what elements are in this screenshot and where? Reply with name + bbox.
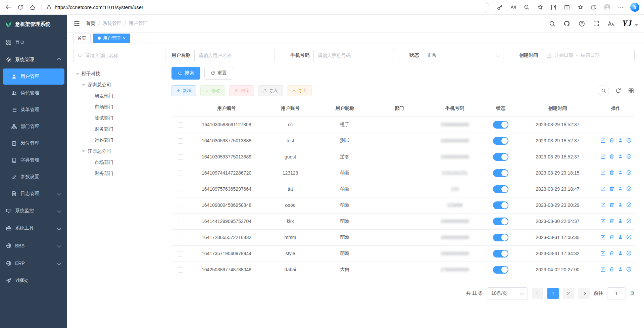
user-avatar[interactable]: YJ bbox=[622, 19, 638, 28]
row-checkbox[interactable] bbox=[178, 251, 183, 256]
fullscreen-icon[interactable] bbox=[593, 20, 600, 27]
sidebar-item-system-monitor[interactable]: 系统监控 bbox=[0, 202, 67, 220]
edit-row-icon[interactable] bbox=[600, 202, 606, 207]
sidebar-item-dictionary-management[interactable]: 字典管理 bbox=[0, 152, 67, 169]
caret-down-icon[interactable] bbox=[82, 84, 85, 86]
refresh-table-button[interactable] bbox=[614, 87, 622, 94]
sidebar-item-home[interactable]: 首页 bbox=[0, 34, 67, 51]
next-page-button[interactable] bbox=[578, 288, 590, 299]
tree-node[interactable]: 深圳总公司 bbox=[73, 79, 165, 90]
row-checkbox[interactable] bbox=[178, 267, 183, 273]
department-search-input[interactable] bbox=[85, 53, 161, 58]
reset-button[interactable]: 重置 bbox=[204, 67, 233, 80]
sidebar-item-user-management[interactable]: 用户管理 bbox=[3, 68, 64, 85]
tree-node[interactable]: 运维部门 bbox=[73, 135, 165, 146]
search-icon[interactable] bbox=[548, 20, 556, 27]
status-toggle-on[interactable] bbox=[493, 153, 508, 161]
date-range-picker[interactable]: 开始日期 - 结束日期 bbox=[542, 49, 635, 62]
tree-node[interactable]: 财务部门 bbox=[73, 124, 165, 135]
font-size-icon[interactable] bbox=[607, 20, 615, 27]
row-checkbox[interactable] bbox=[178, 235, 183, 240]
breadcrumb-home[interactable]: 首页 bbox=[86, 20, 95, 27]
sidebar-item-system-tools[interactable]: 系统工具 bbox=[0, 220, 67, 237]
sidebar-item-menu-management[interactable]: 菜单管理 bbox=[0, 101, 67, 118]
add-button[interactable]: 新增 bbox=[171, 85, 196, 96]
favorites-add-icon[interactable] bbox=[536, 4, 544, 11]
page-2-button[interactable]: 2 bbox=[563, 288, 574, 299]
status-toggle-on[interactable] bbox=[493, 201, 508, 209]
row-checkbox[interactable] bbox=[178, 203, 183, 208]
edit-row-icon[interactable] bbox=[600, 234, 606, 240]
edit-row-icon[interactable] bbox=[600, 218, 606, 224]
profile-avatar-icon[interactable] bbox=[603, 4, 611, 11]
assign-role-icon[interactable] bbox=[626, 170, 632, 175]
browser-home-button[interactable] bbox=[29, 4, 36, 11]
delete-row-icon[interactable] bbox=[609, 202, 614, 207]
github-icon[interactable] bbox=[563, 20, 571, 27]
tab-user-management[interactable]: 用户管理 × bbox=[93, 34, 130, 43]
tree-node[interactable]: 财务部门 bbox=[73, 168, 165, 179]
tree-node[interactable]: 市场部门 bbox=[73, 101, 165, 112]
goto-page-input[interactable] bbox=[607, 287, 626, 299]
sidebar-item-role-management[interactable]: 角色管理 bbox=[0, 85, 67, 101]
tree-node[interactable]: 江西总公司 bbox=[73, 146, 165, 157]
split-screen-icon[interactable] bbox=[563, 4, 571, 11]
assign-role-icon[interactable] bbox=[626, 202, 632, 207]
sidebar-item-bbs[interactable]: BBS bbox=[0, 237, 67, 254]
assign-role-icon[interactable] bbox=[626, 234, 632, 240]
assign-role-icon[interactable] bbox=[626, 218, 632, 224]
row-checkbox[interactable] bbox=[178, 154, 183, 160]
select-all-checkbox[interactable] bbox=[178, 106, 183, 111]
edit-row-icon[interactable] bbox=[600, 267, 606, 272]
collections-icon[interactable] bbox=[590, 4, 597, 11]
reset-password-icon[interactable] bbox=[618, 202, 623, 207]
reset-password-icon[interactable] bbox=[618, 170, 623, 175]
row-checkbox[interactable] bbox=[178, 171, 183, 176]
delete-row-icon[interactable] bbox=[609, 138, 614, 143]
delete-row-icon[interactable] bbox=[609, 218, 614, 224]
sidebar-item-department-management[interactable]: 部门管理 bbox=[0, 118, 67, 135]
help-icon[interactable] bbox=[578, 20, 585, 27]
tree-node[interactable]: 橙子科技 bbox=[73, 68, 165, 79]
browser-menu-icon[interactable] bbox=[617, 4, 624, 11]
search-button[interactable]: 搜索 bbox=[171, 67, 200, 80]
page-1-button[interactable]: 1 bbox=[547, 288, 559, 299]
browser-back-button[interactable] bbox=[5, 4, 12, 11]
sidebar-item-erp[interactable]: ERP bbox=[0, 254, 67, 272]
edit-row-icon[interactable] bbox=[600, 138, 606, 143]
zoom-out-icon[interactable] bbox=[523, 4, 530, 11]
phone-input[interactable] bbox=[318, 53, 390, 58]
caret-down-icon[interactable] bbox=[76, 73, 79, 75]
reset-password-icon[interactable] bbox=[618, 186, 623, 191]
reset-password-icon[interactable] bbox=[618, 234, 623, 239]
copilot-icon[interactable]: b bbox=[630, 3, 639, 12]
status-toggle-on[interactable] bbox=[493, 137, 508, 145]
row-checkbox[interactable] bbox=[178, 219, 183, 224]
row-checkbox[interactable] bbox=[178, 138, 183, 144]
delete-button[interactable]: 删除 bbox=[229, 85, 254, 96]
reset-password-icon[interactable] bbox=[618, 267, 623, 272]
assign-role-icon[interactable] bbox=[626, 154, 632, 159]
column-settings-button[interactable] bbox=[627, 87, 635, 94]
sidebar-item-system-management[interactable]: 系统管理 bbox=[0, 51, 67, 68]
row-checkbox[interactable] bbox=[178, 187, 183, 192]
show-search-toggle-button[interactable] bbox=[598, 85, 609, 96]
reset-password-icon[interactable] bbox=[618, 218, 623, 223]
sidebar-item-parameter-settings[interactable]: 参数设置 bbox=[0, 169, 67, 185]
tree-node[interactable]: 测试部门 bbox=[73, 112, 165, 124]
status-toggle-on[interactable] bbox=[493, 266, 508, 274]
assign-role-icon[interactable] bbox=[626, 186, 632, 191]
status-toggle-on[interactable] bbox=[493, 234, 508, 241]
tree-node[interactable]: 市场部门 bbox=[73, 157, 165, 168]
reset-password-icon[interactable] bbox=[618, 138, 623, 143]
status-select[interactable]: 正常 bbox=[423, 49, 503, 62]
edit-row-icon[interactable] bbox=[600, 250, 606, 256]
status-toggle-on[interactable] bbox=[493, 169, 508, 177]
delete-row-icon[interactable] bbox=[609, 267, 614, 272]
edit-row-icon[interactable] bbox=[600, 154, 606, 159]
edit-row-icon[interactable] bbox=[600, 186, 606, 191]
page-size-select[interactable]: 10条/页 bbox=[487, 287, 528, 299]
tab-home[interactable]: 首页 bbox=[73, 34, 91, 43]
import-button[interactable]: 导入 bbox=[258, 85, 283, 96]
username-input[interactable] bbox=[199, 53, 270, 58]
